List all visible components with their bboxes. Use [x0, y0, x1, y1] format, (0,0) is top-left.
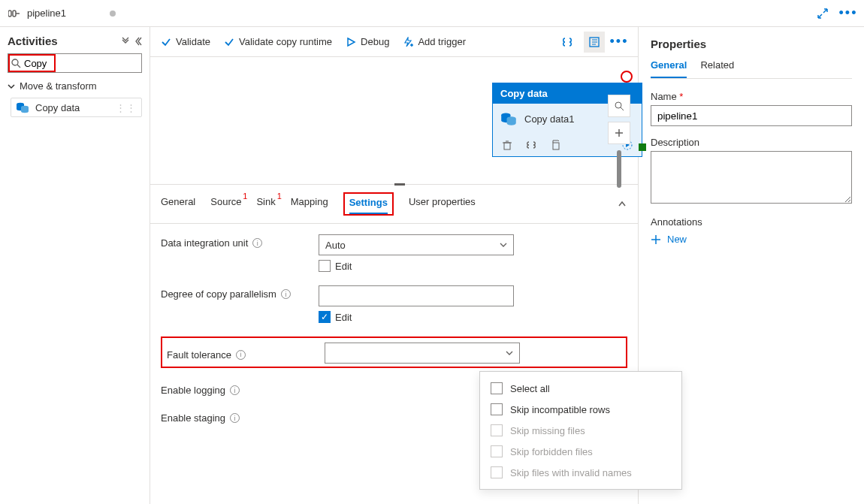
tab-general[interactable]: General [161, 196, 195, 212]
option-skip-forbidden: Skip forbidden files [480, 441, 681, 462]
code-icon[interactable] [524, 138, 538, 152]
properties-toggle-button[interactable] [584, 32, 605, 53]
parallelism-edit-checkbox[interactable]: ✓ [319, 311, 331, 323]
fault-tolerance-dropdown: Select all Skip incompatible rows Skip m… [479, 371, 682, 490]
search-icon [11, 59, 21, 68]
fault-tolerance-select[interactable] [325, 343, 520, 364]
properties-tab-related[interactable]: Related [700, 59, 734, 78]
svg-line-4 [17, 65, 20, 68]
activities-heading: Activities [8, 35, 58, 47]
option-skip-missing: Skip missing files [480, 420, 681, 441]
tab-user-properties[interactable]: User properties [409, 196, 476, 212]
diu-edit-checkbox[interactable] [319, 260, 331, 272]
activity-tabs: General Source1 Sink1 Mapping Settings U… [150, 185, 638, 224]
search-input[interactable] [24, 58, 53, 69]
diu-select[interactable]: Auto [319, 234, 514, 255]
validate-button[interactable]: Validate [161, 36, 210, 47]
fault-tolerance-label: Fault tolerance [167, 349, 231, 361]
info-icon[interactable]: i [236, 350, 246, 360]
copy-icon[interactable] [548, 138, 562, 152]
tab-mapping[interactable]: Mapping [291, 196, 328, 212]
code-view-button[interactable] [557, 32, 578, 53]
name-label: Name * [651, 91, 852, 102]
center-pane: Validate Validate copy runtime Debug Add… [150, 27, 639, 504]
info-icon[interactable]: i [252, 238, 262, 248]
parallelism-input[interactable] [319, 285, 514, 306]
group-label: Move & transform [20, 80, 97, 92]
enable-logging-label: Enable logging [161, 385, 225, 396]
annotations-label: Annotations [651, 216, 852, 228]
top-bar: pipeline1 ••• [0, 0, 864, 27]
option-select-all[interactable]: Select all [480, 378, 681, 399]
delete-icon[interactable] [500, 138, 514, 152]
pipeline-action-bar: Validate Validate copy runtime Debug Add… [150, 27, 638, 57]
more-icon[interactable]: ••• [840, 5, 856, 22]
database-icon [16, 101, 29, 113]
collapse-down-icon[interactable] [121, 37, 130, 46]
highlight-circle-icon [621, 71, 633, 83]
pipeline-tab-title[interactable]: pipeline1 [27, 8, 66, 19]
svg-point-3 [12, 59, 18, 65]
info-icon[interactable]: i [230, 413, 240, 423]
chevron-down-icon [506, 349, 513, 357]
activity-label: Copy data [35, 102, 80, 113]
description-label: Description [651, 137, 852, 148]
info-icon[interactable]: i [230, 385, 240, 395]
svg-point-20 [615, 102, 621, 108]
output-port-icon[interactable] [639, 143, 646, 151]
zoom-scrollbar[interactable] [617, 150, 621, 188]
properties-heading: Properties [651, 38, 852, 50]
drag-handle-icon[interactable]: ⋮⋮ [116, 102, 137, 113]
activity-copy-data[interactable]: Copy data ⋮⋮ [11, 98, 142, 117]
chevron-down-icon [500, 241, 507, 249]
svg-rect-1 [13, 11, 16, 17]
svg-line-21 [621, 107, 624, 110]
tab-settings[interactable]: Settings [349, 197, 388, 214]
collapse-left-icon[interactable] [133, 37, 142, 46]
pipeline-canvas[interactable]: Copy data Copy data1 [150, 57, 638, 185]
svg-rect-15 [504, 143, 510, 149]
name-input[interactable] [651, 105, 852, 126]
debug-button[interactable]: Debug [346, 36, 389, 47]
diu-label: Data integration unit [161, 237, 248, 249]
activity-name: Copy data1 [524, 113, 575, 125]
canvas-search-button[interactable] [608, 95, 630, 117]
properties-tab-general[interactable]: General [651, 59, 687, 78]
canvas-add-button[interactable] [608, 122, 630, 144]
pipeline-icon [8, 7, 21, 20]
enable-staging-label: Enable staging [161, 412, 225, 424]
description-textarea[interactable] [651, 151, 852, 204]
svg-rect-0 [8, 11, 11, 17]
collapse-panel-icon[interactable] [617, 199, 627, 210]
more-actions-icon[interactable]: ••• [611, 34, 627, 50]
add-annotation-button[interactable]: New [651, 234, 852, 245]
unsaved-indicator-icon [110, 11, 116, 17]
option-skip-invalid-names: Skip files with invalid names [480, 462, 681, 483]
activities-sidebar: Activities Move & transform Copy data ⋮⋮ [0, 27, 150, 504]
svg-rect-18 [553, 143, 559, 149]
activities-search[interactable] [8, 53, 142, 73]
expand-icon[interactable] [814, 5, 831, 22]
move-transform-group[interactable]: Move & transform [8, 80, 142, 92]
option-skip-incompatible[interactable]: Skip incompatible rows [480, 399, 681, 420]
add-trigger-button[interactable]: Add trigger [403, 36, 466, 47]
validate-copy-runtime-button[interactable]: Validate copy runtime [224, 36, 332, 47]
database-icon [500, 111, 517, 126]
info-icon[interactable]: i [281, 289, 291, 299]
tab-source[interactable]: Source1 [210, 196, 241, 212]
settings-panel: Data integration uniti Auto Edit Degree … [150, 224, 638, 448]
parallelism-label: Degree of copy parallelism [161, 288, 276, 300]
tab-sink[interactable]: Sink1 [256, 196, 275, 212]
